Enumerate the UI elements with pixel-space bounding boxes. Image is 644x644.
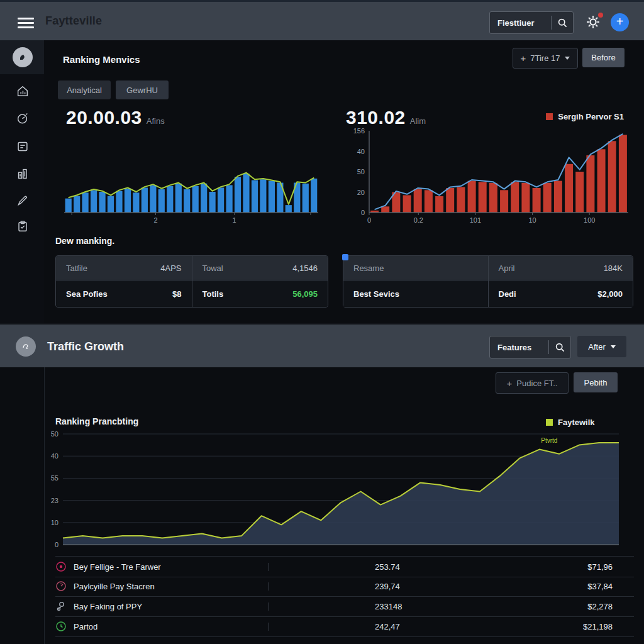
svg-text:55: 55 <box>51 474 58 482</box>
document-icon[interactable] <box>16 140 30 153</box>
top-navigation-bar: Faytteville + <box>0 0 644 42</box>
clock-icon <box>55 621 67 632</box>
row-value: $8 <box>172 289 181 299</box>
svg-text:156: 156 <box>353 127 365 135</box>
row-amount: $21,198 <box>583 622 634 631</box>
clipboard-icon[interactable] <box>16 219 30 233</box>
home-icon[interactable] <box>16 84 30 98</box>
bar-chart-icon[interactable] <box>16 167 30 180</box>
panel-title: Ranking Menvics <box>63 54 140 65</box>
chart-legend: Faytewilk <box>546 418 595 427</box>
ranking-bar-chart: 21 <box>62 166 321 231</box>
svg-text:40: 40 <box>51 452 58 460</box>
add-pudice-button[interactable]: + Pudice FT.. <box>496 372 569 394</box>
table-marker <box>342 254 348 260</box>
right-summary-table: Resame April184K Best Sevics Dedi$2,000 <box>343 255 633 308</box>
table-row[interactable]: Paylcyille Pay Stacren 239,74 $37,84 <box>55 576 634 597</box>
row-value: 233148 <box>375 602 587 611</box>
column-divider <box>269 563 269 571</box>
traffic-growth-panel: + Pudice FT.. Pebith Ranking Prancbting … <box>0 367 644 644</box>
row-label: Totils <box>203 289 224 299</box>
before-button[interactable]: Before <box>582 48 625 67</box>
svg-text:Ptvrtd: Ptvrtd <box>541 437 557 444</box>
legend-label: Sergih Pervor S1 <box>558 112 624 121</box>
table-row[interactable]: Partod 242,47 $21,198 <box>55 616 634 637</box>
pencil-icon[interactable] <box>16 194 30 208</box>
gauge-icon[interactable] <box>16 111 30 125</box>
table-row[interactable]: Best Sevics Dedi$2,000 <box>343 280 633 307</box>
top-search-input[interactable] <box>490 18 551 28</box>
svg-text:0: 0 <box>55 541 58 548</box>
person-icon <box>55 601 67 612</box>
ranking-metrics-panel: Ranking Menvics + 7Tire 17 Before Analyt… <box>44 40 644 323</box>
row-label: Sea Pofies <box>66 289 108 299</box>
app-title: Faytteville <box>45 2 102 40</box>
search-icon[interactable] <box>552 18 573 28</box>
plus-icon: + <box>521 53 526 64</box>
row-amount: $37,84 <box>587 582 634 591</box>
header-value: 4,1546 <box>292 264 318 273</box>
svg-text:0: 0 <box>361 209 365 216</box>
features-search-input[interactable] <box>490 343 548 352</box>
table-header-row: Resame April184K <box>343 256 633 280</box>
traffic-growth-chart: 50405523100Ptvrtd <box>45 430 625 553</box>
row-value-highlighted: 56,095 <box>292 289 318 299</box>
chart-title: Ranking Prancbting <box>55 416 138 426</box>
row-value: 242,47 <box>375 622 583 631</box>
features-search-box[interactable] <box>489 336 571 358</box>
gauge-icon <box>55 580 67 592</box>
row-label: Dedi <box>499 289 516 299</box>
left-stat-value: 20.00.03 <box>66 107 142 128</box>
column-divider <box>269 602 269 611</box>
table-row[interactable]: Sea Pofies$8 Totils56,095 <box>56 280 328 307</box>
search-icon[interactable] <box>549 343 570 352</box>
workspace-avatar[interactable] <box>13 47 33 67</box>
svg-text:0.2: 0.2 <box>414 216 423 224</box>
add-tire-button[interactable]: + 7Tire 17 <box>513 48 578 69</box>
row-name: Bey Fellige - Tre Farwer <box>74 562 269 572</box>
legend-swatch-red <box>546 113 553 120</box>
top-search-box[interactable] <box>489 11 574 34</box>
svg-text:10: 10 <box>51 519 58 526</box>
rebuild-button[interactable]: Pebith <box>574 372 618 392</box>
settings-gear-icon[interactable] <box>585 14 602 31</box>
svg-text:0: 0 <box>367 216 371 224</box>
header-value: 4APS <box>160 264 181 273</box>
svg-text:101: 101 <box>470 216 481 224</box>
right-stat-value: 310.02 <box>346 107 406 128</box>
header-label: Tatfile <box>66 264 87 273</box>
left-stat: 20.00.03Afins <box>66 107 165 128</box>
after-label: After <box>588 342 605 352</box>
after-dropdown-button[interactable]: After <box>577 336 626 357</box>
add-pudice-label: Pudice FT.. <box>516 379 557 388</box>
chart-legend: Sergih Pervor S1 <box>546 112 624 121</box>
create-new-button[interactable]: + <box>611 13 629 31</box>
table-header-row: Tatfile4APS Towal4,1546 <box>56 256 328 280</box>
header-label: Resame <box>353 264 384 273</box>
plus-icon: + <box>507 378 513 389</box>
analytics-dashboard: Faytteville + <box>0 0 644 644</box>
table-row[interactable]: Bey Fellige - Tre Farwer 253.74 $71,96 <box>55 556 634 577</box>
table-row[interactable]: Bay Faking of PPY 233148 $2,278 <box>55 596 634 617</box>
panel-divider <box>44 367 45 644</box>
sidebar-active-item[interactable] <box>0 40 44 74</box>
svg-text:50: 50 <box>51 430 58 438</box>
row-amount: $71,96 <box>587 562 634 572</box>
svg-text:20: 20 <box>357 189 365 196</box>
row-value: 253.74 <box>375 562 587 572</box>
left-stat-suffix: Afins <box>147 116 165 126</box>
left-sidebar <box>0 40 45 323</box>
svg-text:10: 10 <box>528 216 536 224</box>
section-avatar[interactable] <box>16 336 36 357</box>
chevron-down-icon <box>611 345 616 348</box>
svg-text:23: 23 <box>51 497 58 504</box>
column-divider <box>269 582 269 591</box>
notification-dot <box>598 13 603 18</box>
tab-analytical[interactable]: Analytical <box>58 80 111 99</box>
legend-label: Faytewilk <box>558 418 595 427</box>
hamburger-menu-icon[interactable] <box>18 18 34 31</box>
tab-gewrhu[interactable]: GewrHU <box>116 80 169 99</box>
row-name: Paylcyille Pay Stacren <box>74 582 269 591</box>
traffic-growth-header: Traffic Growth After <box>0 323 644 369</box>
chart-caption: Dew manking. <box>55 236 114 246</box>
